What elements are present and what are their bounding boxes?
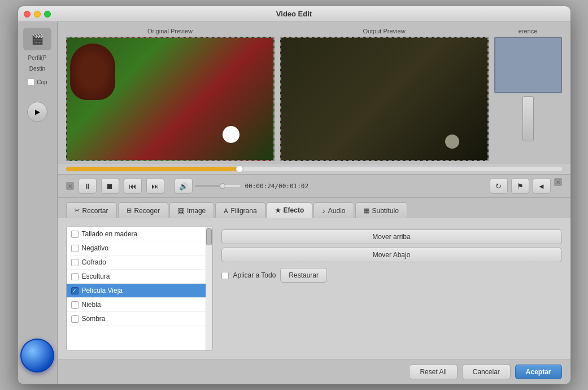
effect-label-gofrado: Gofrado xyxy=(82,258,106,266)
next-frame-icon: ⏭ xyxy=(151,182,159,190)
tab-efecto[interactable]: ★ Efecto xyxy=(267,202,313,218)
close-button[interactable] xyxy=(24,11,31,18)
list-item[interactable]: Gofrado xyxy=(67,255,212,270)
previews-area: Original Preview Output Preview erence xyxy=(58,22,570,164)
efecto-icon: ★ xyxy=(275,207,281,214)
reference-box xyxy=(494,37,562,93)
tab-audio[interactable]: ♪ Audio xyxy=(313,202,354,218)
timeline-handle[interactable] xyxy=(236,165,243,173)
output-preview-video xyxy=(280,37,489,161)
footer-bar: Reset All Cancelar Aceptar xyxy=(58,359,570,384)
reference-scrollbar[interactable] xyxy=(522,96,534,141)
effect-label-escultura: Escultura xyxy=(82,272,110,280)
tab-image[interactable]: 🖼 Image xyxy=(169,202,214,218)
tab-subtitulo-label: Subtítulo xyxy=(372,207,399,215)
minimize-button[interactable] xyxy=(34,11,41,18)
left-close-icon: ✕ xyxy=(68,183,72,189)
effect-checkbox-negativo[interactable] xyxy=(71,245,79,252)
pause-button[interactable]: ⏸ xyxy=(79,178,97,194)
effect-checkbox-tallado[interactable] xyxy=(71,231,79,238)
list-item-selected[interactable]: ✓ Película Vieja xyxy=(67,284,212,298)
traffic-lights xyxy=(24,11,51,18)
volume-icon: 🔊 xyxy=(179,182,188,190)
move-down-button[interactable]: Mover Abajo xyxy=(221,248,562,262)
tab-recortar[interactable]: ✂ Recortar xyxy=(66,202,117,218)
sidebar-dest-label: Destin xyxy=(29,66,45,72)
timeline-bar[interactable] xyxy=(66,167,562,171)
right-close-icon: ✕ xyxy=(556,179,560,185)
recortar-icon: ✂ xyxy=(75,207,80,214)
apply-all-label: Aplicar a Todo xyxy=(233,271,276,279)
sound-button[interactable]: ◄ xyxy=(533,178,551,194)
effect-checkbox-sombra[interactable] xyxy=(71,315,79,323)
effects-list: Tallado en madera Negativo Gofrado xyxy=(67,227,212,350)
effects-right-area: Mover arriba Mover Abajo Aplicar a Todo … xyxy=(221,227,562,351)
list-item[interactable]: Negativo xyxy=(67,241,212,255)
right-close-button[interactable]: ✕ xyxy=(554,178,562,186)
apply-all-checkbox[interactable] xyxy=(221,272,229,279)
title-bar: Video Edit xyxy=(18,6,570,22)
effects-main-row: Tallado en madera Negativo Gofrado xyxy=(66,227,562,351)
timeline-area xyxy=(58,164,570,174)
original-preview-label: Original Preview xyxy=(147,28,193,34)
main-content: 🎬 Perfil(P Destin Cop ▶ Original Preview xyxy=(18,22,570,384)
tab-subtitulo[interactable]: ▦ Subtítulo xyxy=(355,202,407,218)
filigrana-icon: A xyxy=(224,207,228,214)
rotate-button[interactable]: ↻ xyxy=(490,178,508,194)
sidebar-film-icon: 🎬 xyxy=(23,28,51,50)
list-item[interactable]: Sombra xyxy=(67,312,212,326)
tab-recoger-label: Recoger xyxy=(134,207,160,215)
volume-area: 🔊 00:00:24/00:01:02 xyxy=(175,178,309,194)
blue-orb-container xyxy=(20,339,54,372)
recoger-icon: ⊞ xyxy=(127,207,132,214)
list-item[interactable]: Escultura xyxy=(67,270,212,284)
output-preview-section: Output Preview xyxy=(280,28,489,161)
left-close-button[interactable]: ✕ xyxy=(66,182,74,190)
tab-filigrana[interactable]: A Filigrana xyxy=(215,202,265,218)
effect-checkbox-gofrado[interactable] xyxy=(71,259,79,266)
prev-frame-icon: ⏮ xyxy=(129,182,136,190)
reference-panel: erence xyxy=(494,28,562,161)
window-title: Video Edit xyxy=(276,10,312,18)
accept-button[interactable]: Aceptar xyxy=(515,365,562,379)
effect-checkbox-pelicula[interactable]: ✓ xyxy=(71,287,79,294)
rotate-icon: ↻ xyxy=(495,182,502,190)
effect-label-negativo: Negativo xyxy=(82,244,108,252)
tab-recoger[interactable]: ⊞ Recoger xyxy=(118,202,168,218)
effect-checkbox-escultura[interactable] xyxy=(71,273,79,280)
effects-list-container: Tallado en madera Negativo Gofrado xyxy=(66,227,213,351)
volume-slider[interactable] xyxy=(195,185,240,187)
reference-label: erence xyxy=(519,28,538,34)
tab-image-label: Image xyxy=(187,207,206,215)
effect-label-pelicula: Película Vieja xyxy=(82,287,123,294)
sidebar-play-button[interactable]: ▶ xyxy=(27,102,47,122)
list-scrollbar[interactable] xyxy=(206,227,212,350)
effect-checkbox-niebla[interactable] xyxy=(71,301,79,309)
play-icon: ▶ xyxy=(35,108,40,116)
maximize-button[interactable] xyxy=(44,11,51,18)
cancel-button[interactable]: Cancelar xyxy=(462,365,511,379)
flag-button[interactable]: ⚑ xyxy=(511,178,529,194)
tab-audio-label: Audio xyxy=(328,207,346,215)
list-item[interactable]: Tallado en madera xyxy=(67,227,212,241)
copy-checkbox[interactable] xyxy=(27,79,34,86)
effect-label-sombra: Sombra xyxy=(82,315,106,323)
effects-panel: Tallado en madera Negativo Gofrado xyxy=(58,218,570,359)
tabs-area: ✂ Recortar ⊞ Recoger 🖼 Image A Filigrana… xyxy=(58,198,570,218)
volume-button[interactable]: 🔊 xyxy=(175,178,193,194)
reset-all-button[interactable]: Reset All xyxy=(409,365,457,379)
move-up-button[interactable]: Mover arriba xyxy=(221,229,562,244)
list-item[interactable]: Niebla xyxy=(67,298,212,312)
effect-label-niebla: Niebla xyxy=(82,301,101,309)
list-scrollbar-thumb[interactable] xyxy=(206,228,212,245)
prev-frame-button[interactable]: ⏮ xyxy=(124,178,142,194)
audio-icon: ♪ xyxy=(322,207,325,214)
stop-icon: ⏹ xyxy=(106,182,114,190)
effects-bottom-row: Aplicar a Todo Restaurar xyxy=(221,268,562,285)
volume-handle[interactable] xyxy=(220,183,225,189)
restore-button[interactable]: Restaurar xyxy=(280,268,327,283)
controls-bar: ✕ ⏸ ⏹ ⏮ ⏭ 🔊 xyxy=(58,174,570,198)
next-frame-button[interactable]: ⏭ xyxy=(146,178,164,194)
output-preview-label: Output Preview xyxy=(363,28,405,34)
stop-button[interactable]: ⏹ xyxy=(101,178,119,194)
